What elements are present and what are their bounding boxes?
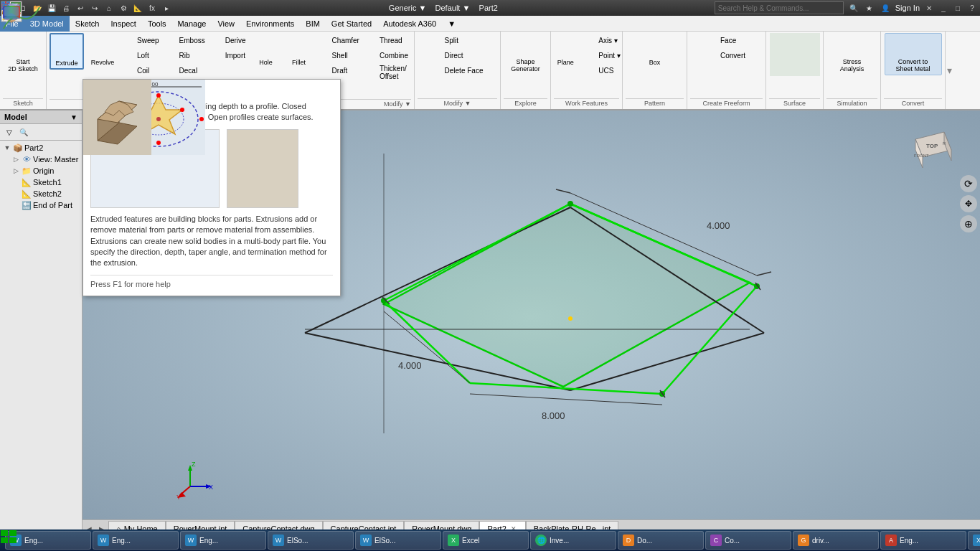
derive-button[interactable]: Derive: [209, 33, 249, 47]
tree-item-sketch1[interactable]: 📐 Sketch1: [1, 176, 80, 188]
delete-face-button[interactable]: Delete Face: [429, 63, 486, 77]
taskbar-app-doc[interactable]: DDo...: [618, 531, 704, 550]
print-icon[interactable]: 🖨: [60, 2, 72, 14]
taskbar-app-xo[interactable]: XXO...: [968, 531, 980, 550]
help-app-icon[interactable]: ?: [967, 3, 977, 13]
coil-button[interactable]: Coil: [121, 63, 162, 77]
menu-manage[interactable]: Manage: [172, 16, 212, 32]
taskbar-app-word2[interactable]: WEng...: [93, 531, 179, 550]
search-input[interactable]: [715, 1, 844, 14]
loft-button[interactable]: Loft: [121, 48, 162, 62]
user-icon[interactable]: 👤: [880, 2, 891, 14]
axis-button[interactable]: Axis ▾: [583, 33, 623, 47]
thread-icon: [367, 34, 378, 46]
menu-tools[interactable]: Tools: [142, 16, 172, 32]
menu-inspect[interactable]: Inspect: [105, 16, 141, 32]
menu-sketch[interactable]: Sketch: [70, 16, 105, 32]
sweep-button[interactable]: Sweep: [121, 33, 162, 47]
viewcube[interactable]: TOP FRONT R: [901, 118, 958, 175]
more-icon[interactable]: ▸: [161, 2, 172, 14]
menu-more[interactable]: ▼: [442, 16, 461, 32]
favorites-icon[interactable]: ★: [864, 2, 875, 14]
taskbar-app-elso1[interactable]: WElSo...: [268, 531, 354, 550]
svg-text:TOP: TOP: [926, 143, 938, 149]
ucs-button[interactable]: UCS: [583, 63, 623, 77]
menu-bim[interactable]: BIM: [300, 16, 326, 32]
search-tree-icon[interactable]: 🔍: [17, 126, 30, 138]
rib-button[interactable]: Rib: [164, 48, 208, 62]
taskbar-app-eng2[interactable]: AEng...: [880, 531, 966, 550]
extrude-button[interactable]: Extrude: [50, 33, 84, 70]
split-button[interactable]: Split: [429, 33, 486, 47]
plane-button[interactable]: Plane: [550, 33, 581, 68]
decal-button[interactable]: Decal: [164, 63, 208, 77]
revolve-button[interactable]: Revolve: [85, 33, 120, 68]
taskbar-app-elso2[interactable]: WElSo...: [355, 531, 441, 550]
freeform-group-label: Create Freeform: [690, 98, 763, 108]
minimize-app-icon[interactable]: _: [938, 3, 948, 13]
thread-button[interactable]: Thread: [364, 33, 411, 47]
taskbar-app-word3[interactable]: WEng...: [180, 531, 266, 550]
ribbon-overflow[interactable]: ▾: [946, 32, 953, 109]
tree-item-view-master[interactable]: ▷ 👁 View: Master: [1, 154, 80, 165]
menu-view[interactable]: View: [212, 16, 240, 32]
shell-button[interactable]: Shell: [316, 48, 362, 62]
surface-group-items: [770, 33, 820, 97]
convert-sheet-metal-label: Convert toSheet Metal: [895, 59, 930, 73]
combine-button[interactable]: Combine: [364, 48, 411, 62]
taskbar-app-drive[interactable]: Gdriv...: [793, 531, 879, 550]
menu-autodesk360[interactable]: Autodesk A360: [377, 16, 442, 32]
settings-icon[interactable]: ⚙: [118, 2, 129, 14]
filter-icon[interactable]: ▽: [3, 126, 16, 138]
expand-part2-icon[interactable]: ▼: [3, 143, 11, 152]
extrude-tooltip: Extrude (E) Creates a feature or body by…: [83, 79, 341, 296]
sign-in-label[interactable]: Sign In: [895, 4, 920, 12]
orbit-icon[interactable]: ⟳: [960, 175, 977, 192]
convert-button[interactable]: Convert: [705, 48, 748, 62]
ribbon-group-simulation: StressAnalysis Simulation: [824, 32, 881, 109]
undo-icon[interactable]: ↩: [75, 2, 86, 14]
taskbar-app-word1[interactable]: WEng...: [5, 531, 91, 550]
convert-sheet-metal-button[interactable]: Convert toSheet Metal: [885, 33, 942, 75]
taskbar-app-chrome[interactable]: 🌐Inve...: [530, 531, 616, 550]
point-button[interactable]: Point ▾: [583, 48, 623, 62]
face-button[interactable]: Face: [705, 33, 748, 47]
taskbar-app-excel[interactable]: XExcel: [443, 531, 529, 550]
emboss-button[interactable]: Emboss: [164, 33, 208, 47]
expand-origin-icon[interactable]: ▷: [11, 166, 20, 175]
tooltip-3d-image: [227, 129, 298, 208]
thicken-button[interactable]: Thicken/Offset: [364, 63, 411, 82]
stress-analysis-button[interactable]: StressAnalysis: [827, 33, 877, 75]
box-button[interactable]: Box: [637, 33, 673, 68]
tree-item-end-of-part[interactable]: 🔚 End of Part: [1, 199, 80, 211]
expand-viewmaster-icon[interactable]: ▷: [11, 155, 20, 164]
start-2d-sketch-button[interactable]: Start2D Sketch: [6, 33, 40, 75]
tree-item-sketch2[interactable]: 📐 Sketch2: [1, 188, 80, 199]
hole-button[interactable]: Hole: [250, 33, 282, 68]
import-icon: [212, 50, 224, 61]
fillet-button[interactable]: Fillet: [283, 33, 315, 68]
ribbon-more-icon[interactable]: ▾: [947, 65, 952, 76]
model-arrow-icon[interactable]: ▼: [70, 113, 77, 121]
rib-label: Rib: [179, 52, 190, 60]
import-button[interactable]: Import: [209, 48, 249, 62]
taskbar-app-code[interactable]: CCo...: [705, 531, 791, 550]
measure-icon[interactable]: 📐: [132, 2, 143, 14]
draft-button[interactable]: Draft: [316, 63, 362, 77]
home-icon[interactable]: ⌂: [103, 2, 115, 14]
help-search-icon[interactable]: 🔍: [848, 2, 859, 14]
save-icon[interactable]: 💾: [46, 2, 57, 14]
tree-item-origin[interactable]: ▷ 📁 Origin: [1, 165, 80, 176]
menu-getstarted[interactable]: Get Started: [326, 16, 377, 32]
pan-icon[interactable]: ✥: [960, 195, 977, 212]
maximize-app-icon[interactable]: □: [953, 3, 963, 13]
chamfer-button[interactable]: Chamfer: [316, 33, 362, 47]
tree-item-part2[interactable]: ▼ 📦 Part2: [1, 142, 80, 154]
close-app-icon[interactable]: ✕: [924, 3, 934, 13]
zoom-icon[interactable]: ⊕: [960, 215, 977, 232]
redo-icon[interactable]: ↪: [89, 2, 100, 14]
direct-button[interactable]: Direct: [429, 48, 486, 62]
menu-environments[interactable]: Environments: [240, 16, 300, 32]
params-icon[interactable]: fx: [146, 2, 158, 14]
shape-generator-button[interactable]: ShapeGenerator: [504, 33, 547, 75]
